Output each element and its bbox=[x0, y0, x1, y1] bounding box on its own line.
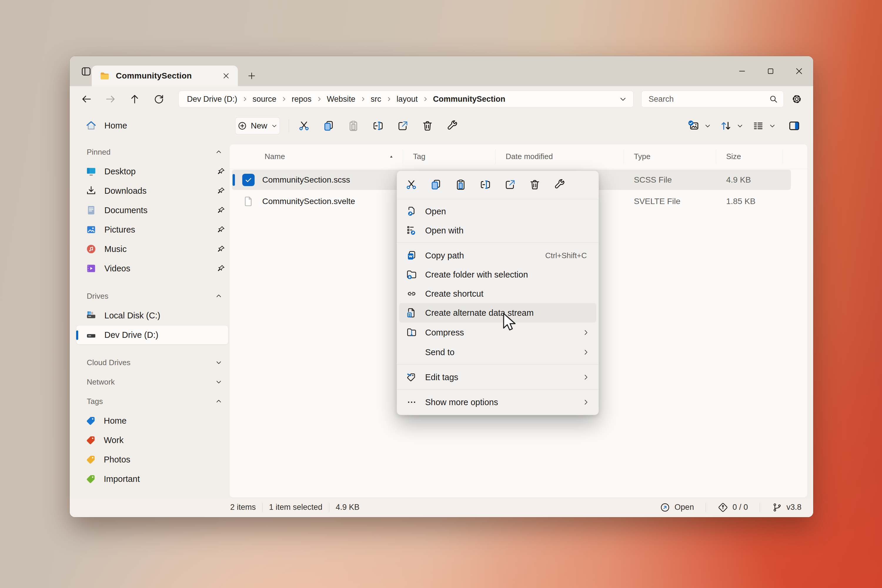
menu-item-copy-path[interactable]: Copy path Ctrl+Shift+C bbox=[399, 246, 596, 265]
menu-item-edit-tags[interactable]: Edit tags bbox=[399, 368, 596, 387]
chevron-up-icon[interactable] bbox=[215, 292, 222, 300]
sidebar-tag-work[interactable]: Work bbox=[70, 430, 230, 450]
cut-button[interactable] bbox=[296, 117, 312, 134]
breadcrumb-segment-current[interactable]: CommunitySection bbox=[432, 93, 506, 105]
menu-item-create-shortcut[interactable]: Create shortcut bbox=[399, 284, 596, 303]
maximize-button[interactable] bbox=[756, 56, 784, 86]
properties-button[interactable] bbox=[444, 117, 461, 134]
sidebar-section-cloud-drives[interactable]: Cloud Drives bbox=[70, 353, 230, 372]
tag-icon bbox=[85, 415, 96, 426]
column-header-size[interactable]: Size bbox=[716, 150, 783, 164]
sort-button[interactable] bbox=[717, 117, 734, 134]
sidebar-tag-important[interactable]: Important bbox=[70, 469, 230, 489]
address-bar[interactable]: Dev Drive (D:) source repos Website src … bbox=[178, 90, 634, 108]
sidebar-item-local-disk-c[interactable]: Local Disk (C:) bbox=[70, 306, 230, 325]
menu-item-open-with[interactable]: Open with bbox=[399, 221, 596, 240]
rename-button[interactable] bbox=[477, 176, 494, 193]
chevron-up-icon[interactable] bbox=[215, 398, 222, 405]
menu-item-open[interactable]: Open bbox=[399, 202, 596, 221]
delete-button[interactable] bbox=[419, 117, 436, 134]
sidebar-tag-photos[interactable]: Photos bbox=[70, 450, 230, 469]
column-header-tag[interactable]: Tag bbox=[403, 150, 496, 164]
breadcrumb-segment[interactable]: Website bbox=[326, 93, 356, 105]
chevron-up-icon[interactable] bbox=[215, 148, 222, 156]
menu-item-label: Compress bbox=[425, 328, 464, 338]
share-button[interactable] bbox=[502, 176, 519, 193]
sidebar-item-desktop[interactable]: Desktop bbox=[70, 162, 230, 181]
paste-button[interactable] bbox=[345, 117, 362, 134]
data-stream-icon bbox=[406, 307, 417, 319]
sidebar-section-network[interactable]: Network bbox=[70, 372, 230, 392]
chevron-down-icon[interactable] bbox=[704, 122, 711, 130]
chevron-down-icon[interactable] bbox=[619, 94, 627, 104]
tab-close-button[interactable] bbox=[220, 69, 232, 82]
sidebar-item-music[interactable]: Music bbox=[70, 239, 230, 259]
tab-communitysection[interactable]: CommunitySection bbox=[92, 66, 238, 86]
pin-icon[interactable] bbox=[217, 244, 225, 254]
sidebar-section-pinned[interactable]: Pinned bbox=[70, 142, 230, 162]
pin-icon[interactable] bbox=[217, 206, 225, 214]
properties-button[interactable] bbox=[551, 176, 568, 193]
breadcrumb-segment[interactable]: source bbox=[252, 93, 277, 105]
git-changes-status[interactable]: 0 / 0 bbox=[718, 502, 748, 513]
minimize-button[interactable] bbox=[728, 56, 756, 86]
sidebar-item-documents[interactable]: Documents bbox=[70, 201, 230, 220]
chevron-down-icon[interactable] bbox=[736, 122, 744, 130]
sidebar-item-pictures[interactable]: Pictures bbox=[70, 220, 230, 239]
music-icon bbox=[85, 243, 97, 255]
column-header-name[interactable]: Name bbox=[230, 150, 403, 164]
new-tab-button[interactable] bbox=[244, 69, 259, 83]
refresh-button[interactable] bbox=[150, 90, 167, 108]
menu-item-create-folder-with-selection[interactable]: Create folder with selection bbox=[399, 265, 596, 284]
sidebar-section-tags[interactable]: Tags bbox=[70, 392, 230, 411]
pin-icon[interactable] bbox=[217, 167, 225, 176]
share-icon bbox=[397, 120, 409, 132]
pin-icon[interactable] bbox=[217, 225, 225, 234]
column-header-type[interactable]: Type bbox=[624, 150, 716, 164]
sidebar-section-drives[interactable]: Drives bbox=[70, 286, 230, 306]
menu-item-show-more-options[interactable]: Show more options bbox=[399, 393, 596, 412]
breadcrumb-segment[interactable]: repos bbox=[291, 93, 312, 105]
sidebar-item-videos[interactable]: Videos bbox=[70, 259, 230, 278]
close-window-button[interactable] bbox=[784, 56, 813, 86]
share-button[interactable] bbox=[394, 117, 411, 134]
sidebar-item-downloads[interactable]: Downloads bbox=[70, 181, 230, 201]
version-status[interactable]: v3.8 bbox=[772, 502, 801, 513]
forward-button[interactable] bbox=[102, 90, 119, 108]
view-options-button[interactable] bbox=[750, 117, 767, 134]
breadcrumb-segment[interactable]: layout bbox=[396, 93, 418, 105]
new-button[interactable]: New bbox=[235, 117, 280, 134]
breadcrumb-segment[interactable]: src bbox=[370, 93, 382, 105]
menu-item-compress[interactable]: Compress bbox=[399, 323, 596, 342]
tag-icon bbox=[85, 473, 96, 484]
preview-pane-toggle[interactable] bbox=[786, 117, 802, 134]
copy-button[interactable] bbox=[428, 176, 444, 193]
selection-options-button[interactable] bbox=[685, 117, 702, 134]
search-icon[interactable] bbox=[769, 94, 778, 104]
pin-icon[interactable] bbox=[217, 186, 225, 195]
chevron-down-icon[interactable] bbox=[768, 122, 776, 130]
status-open-button[interactable]: Open bbox=[660, 502, 694, 513]
row-checkbox-checked[interactable] bbox=[242, 174, 255, 186]
copy-button[interactable] bbox=[320, 117, 337, 134]
breadcrumb-segment[interactable]: Dev Drive (D:) bbox=[186, 93, 238, 105]
menu-item-send-to[interactable]: Send to bbox=[399, 342, 596, 362]
paste-button[interactable] bbox=[452, 176, 469, 193]
search-box[interactable] bbox=[641, 90, 784, 108]
settings-button[interactable] bbox=[788, 90, 806, 108]
back-button[interactable] bbox=[78, 90, 95, 108]
search-input[interactable] bbox=[649, 94, 769, 104]
sidebar-tag-home[interactable]: Home bbox=[70, 411, 230, 430]
cut-button[interactable] bbox=[403, 176, 420, 193]
menu-item-create-alternate-data-stream[interactable]: Create alternate data stream bbox=[399, 303, 596, 322]
menu-separator bbox=[397, 199, 598, 200]
delete-button[interactable] bbox=[526, 176, 543, 193]
column-header-date-modified[interactable]: Date modified bbox=[496, 150, 624, 164]
chevron-down-icon[interactable] bbox=[215, 378, 222, 386]
sidebar-item-home[interactable]: Home bbox=[70, 116, 230, 135]
up-button[interactable] bbox=[126, 90, 143, 108]
sidebar-item-dev-drive-d[interactable]: Dev Drive (D:) bbox=[76, 325, 228, 345]
chevron-down-icon[interactable] bbox=[215, 358, 222, 366]
pin-icon[interactable] bbox=[217, 264, 225, 273]
rename-button[interactable] bbox=[369, 117, 387, 134]
